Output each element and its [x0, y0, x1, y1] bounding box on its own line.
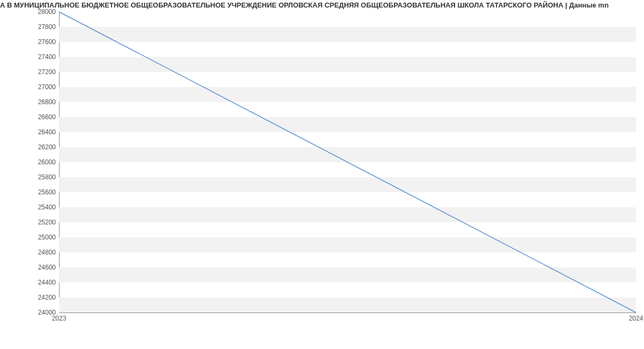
y-tick: 27000	[8, 83, 56, 91]
y-tick: 25400	[8, 203, 56, 211]
y-tick: 26400	[8, 128, 56, 136]
y-tick: 24200	[8, 294, 56, 301]
plot-area	[59, 12, 636, 312]
x-tick: 2023	[52, 315, 67, 322]
y-tick: 25200	[8, 219, 56, 226]
y-tick: 27600	[8, 38, 56, 46]
y-tick: 26000	[8, 158, 56, 166]
y-tick: 27800	[8, 23, 56, 31]
y-tick: 26800	[8, 98, 56, 106]
y-tick: 24600	[8, 264, 56, 271]
x-axis-line	[59, 312, 636, 313]
chart-title: А В МУНИЦИПАЛЬНОЕ БЮДЖЕТНОЕ ОБЩЕОБРАЗОВА…	[0, 1, 644, 9]
y-tick: 24800	[8, 249, 56, 256]
y-tick: 25000	[8, 234, 56, 241]
line-layer	[59, 12, 636, 312]
y-tick: 26600	[8, 113, 56, 121]
y-tick: 24000	[8, 309, 56, 316]
y-tick: 27200	[8, 68, 56, 76]
x-tick: 2024	[629, 315, 643, 322]
y-tick: 28000	[8, 8, 56, 16]
y-tick: 25600	[8, 188, 56, 196]
y-tick: 24400	[8, 279, 56, 286]
y-tick: 27400	[8, 53, 56, 61]
data-line	[59, 12, 636, 312]
y-tick: 25800	[8, 173, 56, 181]
y-tick: 26200	[8, 143, 56, 151]
